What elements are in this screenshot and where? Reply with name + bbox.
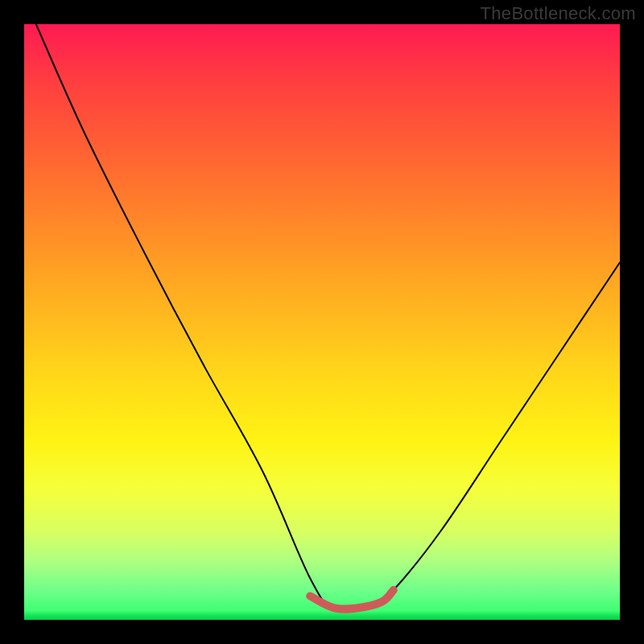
- plot-area: [24, 24, 620, 620]
- curve-svg: [24, 24, 620, 620]
- valley-highlight: [310, 590, 394, 609]
- watermark-label: TheBottleneck.com: [481, 3, 636, 24]
- chart-frame: TheBottleneck.com: [0, 0, 644, 644]
- bottleneck-curve: [36, 24, 620, 611]
